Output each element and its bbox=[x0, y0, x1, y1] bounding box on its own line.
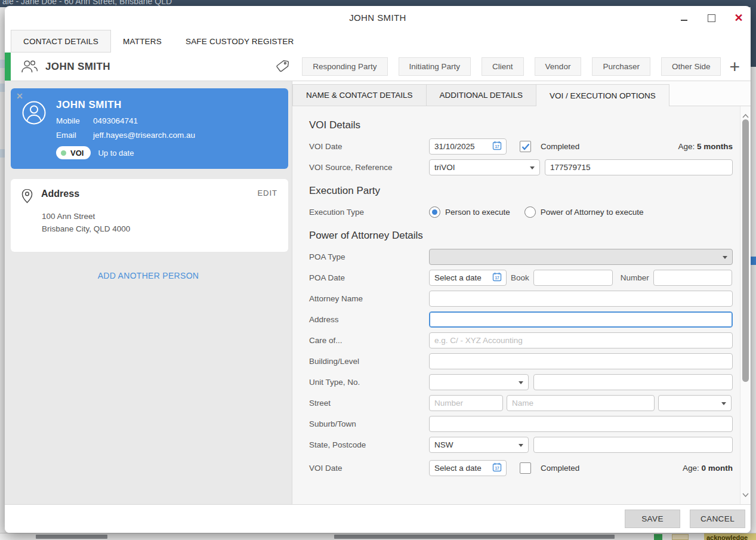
voi-age-value: 5 months bbox=[697, 142, 733, 151]
street-name-input[interactable] bbox=[507, 395, 655, 411]
voi-age: Age: 5 months bbox=[678, 142, 733, 151]
person-to-execute-radio[interactable] bbox=[429, 206, 440, 218]
suburb-row: Suburb/Town bbox=[309, 416, 733, 432]
contact-details-window: JOHN SMITH ✕ CONTACT DETAILS MATTERS SAF… bbox=[5, 6, 751, 533]
background-fragment bbox=[672, 534, 689, 540]
voi-date-value: 31/10/2025 bbox=[434, 142, 475, 151]
building-level-input[interactable] bbox=[429, 353, 733, 369]
close-icon: ✕ bbox=[734, 13, 743, 23]
poa-date-row: POA Date Select a date 17 Book Number bbox=[309, 270, 733, 286]
tab-contact-details[interactable]: CONTACT DETAILS bbox=[11, 30, 111, 53]
poa-voi-age: Age: 0 month bbox=[683, 464, 733, 473]
mobile-label: Mobile bbox=[56, 116, 93, 125]
building-level-label: Building/Level bbox=[309, 357, 429, 366]
tab-matters[interactable]: MATTERS bbox=[111, 30, 174, 53]
maximize-button[interactable] bbox=[705, 12, 717, 24]
execution-type-row: Execution Type Person to execute Power o… bbox=[309, 204, 733, 220]
background-fragment bbox=[0, 60, 5, 68]
voi-source-select[interactable]: triVOI bbox=[429, 159, 540, 175]
voi-execution-form: VOI Details VOI Date 31/10/2025 17 bbox=[292, 106, 740, 504]
cancel-button[interactable]: CANCEL bbox=[690, 510, 745, 528]
background-window-title-fragment: ale - Jane Doe - 60 Ann Street, Brisbane… bbox=[2, 0, 172, 6]
persons-sidebar: ✕ JOHN SMITH Mobile 0493064741 bbox=[5, 81, 292, 504]
voi-source-label: VOI Source, Reference bbox=[309, 163, 429, 172]
scrollbar-thumb[interactable] bbox=[742, 119, 749, 382]
execution-type-label: Execution Type bbox=[309, 208, 429, 217]
poa-date-picker[interactable]: Select a date 17 bbox=[429, 270, 507, 286]
background-fragment bbox=[751, 257, 756, 265]
remove-person-icon[interactable]: ✕ bbox=[16, 91, 23, 101]
calendar-icon[interactable]: 17 bbox=[492, 141, 502, 153]
state-postcode-row: State, Postcode NSW bbox=[309, 437, 733, 453]
location-pin-icon bbox=[21, 189, 33, 206]
svg-text:17: 17 bbox=[495, 276, 499, 280]
voi-status-text: Up to date bbox=[98, 149, 134, 158]
add-party-button[interactable]: + bbox=[729, 58, 740, 75]
voi-badge: VOI bbox=[56, 146, 91, 159]
chevron-down-icon bbox=[723, 256, 727, 259]
tag-icon[interactable] bbox=[275, 59, 290, 74]
calendar-icon[interactable]: 17 bbox=[492, 272, 502, 284]
minimize-icon bbox=[681, 20, 687, 21]
tab-voi-execution-options[interactable]: VOI / EXECUTION OPTIONS bbox=[536, 84, 669, 106]
tab-name-contact-details[interactable]: NAME & CONTACT DETAILS bbox=[292, 84, 427, 106]
voi-date-row: VOI Date 31/10/2025 17 Completed Age: bbox=[309, 138, 733, 155]
edit-address-link[interactable]: EDIT bbox=[257, 189, 277, 198]
vertical-scrollbar[interactable] bbox=[740, 106, 751, 504]
suburb-input[interactable] bbox=[429, 416, 733, 432]
attorney-address-row: Address bbox=[309, 311, 733, 328]
save-button[interactable]: SAVE bbox=[625, 510, 680, 528]
tab-additional-details[interactable]: ADDITIONAL DETAILS bbox=[426, 84, 537, 106]
detail-panel: NAME & CONTACT DETAILS ADDITIONAL DETAIL… bbox=[292, 81, 751, 504]
voi-reference-input[interactable] bbox=[545, 159, 733, 175]
unit-type-label: Unit Type, No. bbox=[309, 378, 429, 387]
poa-voi-date-placeholder: Select a date bbox=[434, 464, 482, 473]
care-of-label: Care of... bbox=[309, 336, 429, 345]
voi-completed-checkbox[interactable] bbox=[520, 141, 531, 152]
voi-date-picker[interactable]: 31/10/2025 17 bbox=[429, 138, 507, 155]
vendor-button[interactable]: Vendor bbox=[535, 57, 582, 76]
attorney-address-input[interactable] bbox=[429, 311, 733, 328]
poa-voi-date-label: VOI Date bbox=[309, 464, 429, 473]
tab-safe-custody-register[interactable]: SAFE CUSTODY REGISTER bbox=[174, 30, 306, 53]
radio-selected-dot bbox=[432, 209, 437, 215]
book-input[interactable] bbox=[533, 270, 613, 286]
address-line-2: Brisbane City, QLD 4000 bbox=[42, 223, 279, 236]
state-select[interactable]: NSW bbox=[429, 437, 529, 453]
calendar-icon[interactable]: 17 bbox=[492, 462, 502, 474]
street-type-select[interactable] bbox=[658, 395, 732, 411]
party-buttons: Responding Party Initiating Party Client… bbox=[302, 57, 721, 76]
purchaser-button[interactable]: Purchaser bbox=[592, 57, 650, 76]
attorney-name-label: Attorney Name bbox=[309, 294, 429, 303]
scroll-down-icon[interactable] bbox=[742, 489, 749, 499]
client-button[interactable]: Client bbox=[482, 57, 524, 76]
chevron-down-icon bbox=[519, 381, 523, 384]
unit-number-input[interactable] bbox=[533, 374, 733, 390]
chevron-down-icon bbox=[530, 166, 535, 169]
attorney-name-input[interactable] bbox=[429, 291, 733, 307]
poa-to-execute-radio[interactable] bbox=[524, 206, 536, 218]
state-postcode-label: State, Postcode bbox=[309, 440, 429, 449]
minimize-button[interactable] bbox=[678, 12, 690, 24]
add-another-person-link[interactable]: ADD ANOTHER PERSON bbox=[5, 271, 292, 280]
book-label: Book bbox=[511, 273, 529, 282]
close-button[interactable]: ✕ bbox=[733, 12, 745, 24]
postcode-input[interactable] bbox=[533, 437, 733, 453]
responding-party-button[interactable]: Responding Party bbox=[302, 57, 387, 76]
street-label: Street bbox=[309, 399, 429, 408]
poa-voi-completed-checkbox[interactable] bbox=[520, 462, 531, 474]
number-input[interactable] bbox=[653, 270, 732, 286]
street-number-input[interactable] bbox=[429, 395, 503, 411]
background-window-right-content bbox=[751, 67, 756, 533]
poa-voi-date-picker[interactable]: Select a date 17 bbox=[429, 460, 507, 476]
background-fragment bbox=[654, 534, 662, 540]
initiating-party-button[interactable]: Initiating Party bbox=[399, 57, 471, 76]
care-of-input[interactable] bbox=[429, 332, 733, 348]
background-fragment bbox=[0, 149, 5, 158]
person-to-execute-label: Person to execute bbox=[445, 208, 510, 217]
person-card[interactable]: ✕ JOHN SMITH Mobile 0493064741 bbox=[11, 88, 288, 169]
unit-type-select[interactable] bbox=[429, 374, 529, 390]
svg-text:17: 17 bbox=[495, 466, 499, 470]
people-icon bbox=[20, 59, 38, 74]
other-side-button[interactable]: Other Side bbox=[661, 57, 721, 76]
